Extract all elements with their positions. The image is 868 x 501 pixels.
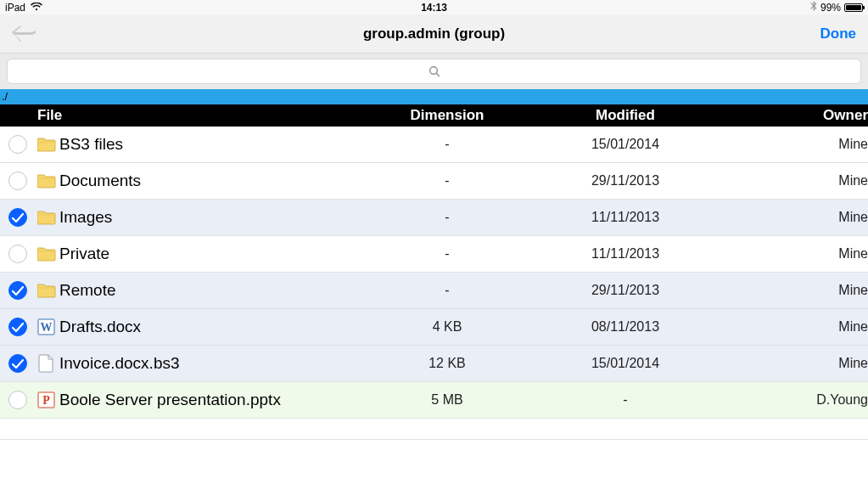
- file-name: Remote: [59, 281, 116, 300]
- table-row[interactable]: Documents-29/11/2013Mine: [0, 163, 868, 200]
- wifi-icon: [31, 2, 42, 14]
- folder-icon: [37, 245, 56, 263]
- file-name: Images: [59, 208, 112, 227]
- file-modified: -: [528, 392, 723, 408]
- row-checkbox[interactable]: [8, 172, 27, 190]
- file-owner: Mine: [723, 283, 868, 298]
- table-row[interactable]: BS3 files-15/01/2014Mine: [0, 127, 868, 163]
- file-list: BS3 files-15/01/2014MineDocuments-29/11/…: [0, 127, 868, 419]
- file-name: Drafts.docx: [59, 318, 141, 336]
- file-owner: Mine: [723, 356, 868, 371]
- clock: 14:13: [421, 2, 447, 14]
- column-modified[interactable]: Modified: [528, 107, 723, 124]
- row-checkbox[interactable]: [8, 245, 27, 263]
- column-file[interactable]: File: [37, 107, 367, 124]
- file-dimension: -: [367, 283, 528, 298]
- bluetooth-icon: [810, 1, 817, 14]
- file-modified: 08/11/2013: [528, 319, 723, 335]
- file-name: BS3 files: [59, 135, 123, 154]
- back-button[interactable]: [12, 23, 36, 45]
- file-dimension: -: [367, 246, 528, 262]
- folder-icon: [37, 172, 56, 190]
- table-row[interactable]: Images-11/11/2013Mine: [0, 200, 868, 236]
- table-row[interactable]: Invoice.docx.bs312 KB15/01/2014Mine: [0, 346, 868, 382]
- file-dimension: -: [367, 173, 528, 189]
- file-dimension: -: [367, 210, 528, 225]
- file-modified: 11/11/2013: [528, 246, 723, 262]
- file-dimension: 5 MB: [367, 392, 528, 408]
- row-checkbox[interactable]: [8, 354, 27, 373]
- table-header: File Dimension Modified Owner: [0, 104, 868, 127]
- file-dimension: -: [367, 137, 528, 152]
- file-name: Private: [59, 245, 109, 263]
- row-checkbox[interactable]: [8, 281, 27, 300]
- file-modified: 29/11/2013: [528, 173, 723, 189]
- folder-icon: [37, 135, 56, 154]
- folder-icon: [37, 281, 56, 300]
- battery-icon: [844, 3, 863, 12]
- file-name: Invoice.docx.bs3: [59, 354, 180, 373]
- table-row[interactable]: Boole Server presentation.pptx5 MB-D.You…: [0, 382, 868, 419]
- table-row[interactable]: Remote-29/11/2013Mine: [0, 273, 868, 309]
- status-bar: iPad 14:13 99%: [0, 0, 868, 14]
- carrier-label: iPad: [5, 2, 25, 14]
- row-checkbox[interactable]: [8, 135, 27, 154]
- row-checkbox[interactable]: [8, 318, 27, 336]
- column-dimension[interactable]: Dimension: [367, 107, 528, 124]
- file-owner: Mine: [723, 246, 868, 262]
- path-bar: ./: [0, 89, 868, 104]
- file-dimension: 4 KB: [367, 319, 528, 335]
- search-icon: [428, 65, 440, 77]
- file-owner: D.Young: [723, 392, 868, 408]
- file-modified: 15/01/2014: [528, 356, 723, 371]
- page-title: group.admin (group): [363, 25, 505, 42]
- file-owner: Mine: [723, 137, 868, 152]
- file-name: Documents: [59, 172, 141, 190]
- file-owner: Mine: [723, 210, 868, 225]
- nav-bar: group.admin (group) Done: [0, 14, 868, 53]
- search-input[interactable]: [7, 59, 861, 84]
- svg-line-1: [436, 73, 439, 76]
- ppt-icon: [37, 391, 56, 409]
- row-checkbox[interactable]: [8, 391, 27, 409]
- file-modified: 15/01/2014: [528, 137, 723, 152]
- file-owner: Mine: [723, 173, 868, 189]
- battery-percent: 99%: [820, 2, 841, 14]
- table-row[interactable]: Drafts.docx4 KB08/11/2013Mine: [0, 309, 868, 346]
- file-modified: 29/11/2013: [528, 283, 723, 298]
- file-icon: [37, 354, 56, 373]
- file-modified: 11/11/2013: [528, 210, 723, 225]
- search-bar: [0, 53, 868, 89]
- file-dimension: 12 KB: [367, 356, 528, 371]
- done-button[interactable]: Done: [820, 25, 857, 42]
- table-row[interactable]: Private-11/11/2013Mine: [0, 236, 868, 273]
- row-checkbox[interactable]: [8, 208, 27, 227]
- file-name: Boole Server presentation.pptx: [59, 391, 281, 409]
- column-owner[interactable]: Owner: [723, 107, 868, 124]
- divider: [0, 439, 868, 440]
- file-owner: Mine: [723, 319, 868, 335]
- word-icon: [37, 318, 56, 336]
- folder-icon: [37, 208, 56, 227]
